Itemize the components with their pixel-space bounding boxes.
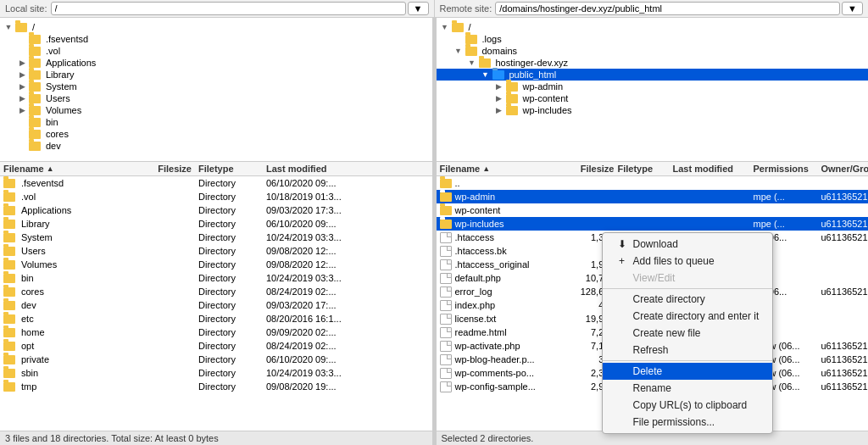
- remote-col-lastmod[interactable]: Last modified: [673, 164, 754, 174]
- users-folder-icon: [29, 94, 41, 103]
- ctx-create-file[interactable]: Create new file: [603, 325, 773, 342]
- folder-icon: [3, 342, 15, 351]
- ctx-create-dir-enter[interactable]: Create directory and enter it: [603, 308, 773, 325]
- tree-item-fseventsd[interactable]: .fseventsd: [0, 33, 432, 45]
- tree-item-domains[interactable]: ▼ domains: [437, 45, 869, 57]
- folder-icon: [3, 206, 15, 215]
- remote-file-row-wp-admin[interactable]: wp-admin mpe (... u61136521...: [437, 190, 869, 203]
- wp-admin-tree-icon: [506, 82, 518, 92]
- tree-item-users[interactable]: ▶ Users: [0, 92, 432, 104]
- file-row[interactable]: Volumes Directory 09/08/2020 12:...: [0, 258, 432, 271]
- tree-item-remote-root[interactable]: ▼ /: [437, 21, 869, 33]
- file-row[interactable]: Library Directory 06/10/2020 09:...: [0, 217, 432, 231]
- local-col-filetype[interactable]: Filetype: [198, 164, 266, 174]
- dev-folder-icon: [29, 142, 41, 151]
- tree-arrow-domains: ▼: [453, 46, 464, 56]
- root-folder-icon: [15, 23, 27, 32]
- tree-item-public-html[interactable]: ▼ public_html: [437, 69, 869, 81]
- remote-file-row-wp-includes[interactable]: wp-includes mpe (... u61136521...: [437, 217, 869, 231]
- tree-label-wp-admin: wp-admin: [523, 81, 564, 92]
- remote-col-filesize[interactable]: Filesize: [563, 164, 618, 174]
- ctx-download[interactable]: ⬇ Download: [603, 236, 773, 253]
- wp-includes-tree-icon: [506, 106, 518, 115]
- tree-item-cores[interactable]: cores: [0, 128, 432, 140]
- remote-col-ownergroup[interactable]: Owner/Group: [821, 164, 869, 174]
- tree-arrow-fseventsd: [17, 34, 27, 44]
- folder-icon: [3, 314, 15, 324]
- remote-file-row-wp-content[interactable]: wp-content: [437, 203, 869, 217]
- tree-item-root[interactable]: ▼ /: [0, 21, 432, 33]
- wp-content-tree-icon: [506, 94, 518, 103]
- remote-site-path[interactable]: [495, 2, 840, 15]
- tree-arrow-logs: [453, 34, 464, 44]
- remote-site-dropdown[interactable]: ▼: [842, 2, 863, 15]
- ctx-rename[interactable]: Rename: [603, 380, 773, 397]
- folder-icon: [440, 206, 452, 215]
- ctx-refresh[interactable]: Refresh: [603, 342, 773, 359]
- file-icon: [440, 381, 452, 392]
- tree-item-applications[interactable]: ▶ Applications: [0, 57, 432, 69]
- ctx-delete[interactable]: Delete: [603, 363, 773, 380]
- file-row[interactable]: sbin Directory 10/24/2019 03:3...: [0, 366, 432, 380]
- file-row[interactable]: home Directory 09/09/2020 02:...: [0, 325, 432, 339]
- local-col-filesize[interactable]: Filesize: [139, 164, 198, 174]
- remote-col-filetype[interactable]: Filetype: [618, 164, 673, 174]
- tree-label-dev: dev: [46, 141, 61, 151]
- file-row[interactable]: dev Directory 09/03/2020 17:...: [0, 298, 432, 312]
- hostinger-folder-icon: [479, 58, 491, 68]
- tree-item-vol[interactable]: .vol: [0, 45, 432, 57]
- local-table-header: Filename ▲ Filesize Filetype Last modifi…: [0, 162, 432, 176]
- remote-tree[interactable]: ▼ / .logs ▼ domains ▼ hostinger: [437, 18, 869, 162]
- local-site-bar: Local site: ▼: [0, 0, 435, 18]
- vol-folder-icon: [29, 47, 41, 56]
- file-row[interactable]: etc Directory 08/20/2016 16:1...: [0, 312, 432, 325]
- tree-item-volumes[interactable]: ▶ Volumes: [0, 104, 432, 116]
- ctx-separator-2: [603, 360, 773, 361]
- local-site-dropdown[interactable]: ▼: [408, 2, 429, 15]
- tree-item-system[interactable]: ▶ System: [0, 81, 432, 92]
- file-row[interactable]: .fseventsd Directory 06/10/2020 09:...: [0, 176, 432, 190]
- remote-col-permissions[interactable]: Permissions: [754, 164, 821, 174]
- tree-arrow-system: ▶: [17, 81, 27, 92]
- file-row[interactable]: Users Directory 09/08/2020 12:...: [0, 244, 432, 258]
- local-site-path[interactable]: [51, 2, 406, 15]
- tree-item-wp-content-tree[interactable]: ▶ wp-content: [437, 92, 869, 104]
- ctx-copy-urls[interactable]: Copy URL(s) to clipboard: [603, 397, 773, 414]
- tree-item-wp-includes-tree[interactable]: ▶ wp-includes: [437, 104, 869, 116]
- file-icon: [440, 368, 452, 379]
- ctx-create-dir[interactable]: Create directory: [603, 291, 773, 308]
- cores-folder-icon: [29, 130, 41, 139]
- tree-item-logs[interactable]: .logs: [437, 33, 869, 45]
- tree-arrow-public-html: ▼: [481, 70, 491, 80]
- file-row[interactable]: bin Directory 10/24/2019 03:3...: [0, 271, 432, 285]
- file-row[interactable]: private Directory 06/10/2020 09:...: [0, 353, 432, 366]
- library-folder-icon: [29, 70, 41, 80]
- file-row[interactable]: .vol Directory 10/18/2019 01:3...: [0, 190, 432, 203]
- tree-item-wp-admin-tree[interactable]: ▶ wp-admin: [437, 81, 869, 92]
- ctx-file-permissions[interactable]: File permissions...: [603, 414, 773, 431]
- tree-item-hostinger[interactable]: ▼ hostinger-dev.xyz: [437, 57, 869, 69]
- remote-file-row-dotdot[interactable]: ..: [437, 176, 869, 190]
- ctx-view-edit[interactable]: View/Edit: [603, 270, 773, 286]
- remote-col-filename[interactable]: Filename ▲: [440, 164, 563, 174]
- folder-icon: [3, 328, 15, 337]
- local-file-list[interactable]: .fseventsd Directory 06/10/2020 09:... .…: [0, 176, 432, 431]
- ctx-add-to-queue[interactable]: + Add files to queue: [603, 253, 773, 270]
- file-row[interactable]: cores Directory 08/24/2019 02:...: [0, 285, 432, 298]
- tree-arrow-cores: [17, 129, 27, 139]
- file-row[interactable]: System Directory 10/24/2019 03:3...: [0, 231, 432, 244]
- file-row[interactable]: tmp Directory 09/08/2020 19:...: [0, 380, 432, 393]
- tree-item-bin[interactable]: bin: [0, 116, 432, 128]
- local-site-label: Local site:: [5, 3, 47, 14]
- remote-table-header: Filename ▲ Filesize Filetype Last modifi…: [437, 162, 869, 176]
- local-col-lastmod[interactable]: Last modified: [266, 164, 429, 174]
- tree-item-dev[interactable]: dev: [0, 140, 432, 152]
- file-row[interactable]: opt Directory 08/24/2019 02:...: [0, 339, 432, 353]
- file-row[interactable]: Applications Directory 09/03/2020 17:3..…: [0, 203, 432, 217]
- file-icon: [440, 354, 452, 365]
- local-col-filename[interactable]: Filename ▲: [3, 164, 139, 174]
- remote-site-bar: Remote site: ▼: [435, 0, 869, 18]
- file-icon: [440, 300, 452, 311]
- local-tree[interactable]: ▼ / .fseventsd .vol ▶ Applicat: [0, 18, 432, 162]
- tree-item-library[interactable]: ▶ Library: [0, 69, 432, 81]
